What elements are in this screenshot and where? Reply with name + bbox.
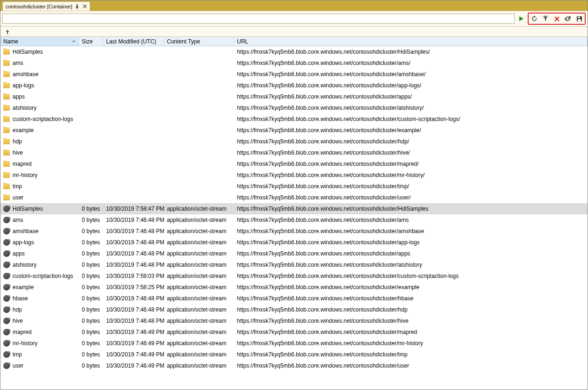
row-modified-label: 10/30/2019 7:46:49 PM: [106, 329, 164, 335]
column-header-size[interactable]: Size: [79, 37, 103, 46]
cell-name: app-logs: [0, 239, 79, 246]
table-row[interactable]: hbase0 bytes10/30/2019 7:46:48 PMapplica…: [0, 293, 588, 304]
table-row[interactable]: ams0 bytes10/30/2019 7:46:48 PMapplicati…: [0, 214, 588, 226]
document-tabstrip: contosohdicluster [Container]: [0, 0, 588, 11]
cell-url: https://fmxsk7kyq5mb6.blob.core.windows.…: [234, 329, 588, 335]
folder-icon: [3, 161, 10, 167]
row-size-label: 0 bytes: [82, 306, 100, 313]
table-row[interactable]: user0 bytes10/30/2019 7:46:49 PMapplicat…: [0, 360, 588, 371]
table-row[interactable]: hdp0 bytes10/30/2019 7:46:48 PMapplicati…: [0, 304, 588, 315]
address-input[interactable]: [2, 14, 515, 24]
table-row[interactable]: userhttps://fmxsk7kyq5mb6.blob.core.wind…: [0, 192, 588, 203]
table-row[interactable]: mapredhttps://fmxsk7kyq5mb6.blob.core.wi…: [0, 158, 588, 170]
table-row[interactable]: app-logs0 bytes10/30/2019 7:46:48 PMappl…: [0, 237, 588, 248]
blob-icon: [3, 273, 10, 279]
table-row[interactable]: HdiSampleshttps://fmxsk7kyq5mb6.blob.cor…: [0, 46, 588, 57]
cell-type: application/octet-stream: [164, 250, 234, 257]
svg-rect-2: [578, 17, 580, 18]
go-button[interactable]: [516, 14, 526, 23]
row-name-label: user: [13, 194, 23, 201]
row-name-label: tmp: [13, 183, 22, 190]
container-explorer-window: contosohdicluster [Container]: [0, 0, 588, 390]
tab-title: contosohdicluster [Container]: [6, 4, 72, 9]
table-row[interactable]: tmp0 bytes10/30/2019 7:46:49 PMapplicati…: [0, 349, 588, 360]
blob-icon: [3, 206, 10, 212]
row-name-label: custom-scriptaction-logs: [13, 116, 73, 122]
table-row[interactable]: amshbase0 bytes10/30/2019 7:46:48 PMappl…: [0, 226, 588, 237]
row-url-label: https://fmxsk7kyq5mb6.blob.core.windows.…: [237, 82, 421, 89]
row-url-label: https://fmxsk7kyq5mb6.blob.core.windows.…: [237, 262, 422, 268]
cell-name: example: [0, 284, 79, 291]
row-url-label: https://fmxsk7kyq5mb6.blob.core.windows.…: [237, 306, 408, 313]
cell-name: hbase: [0, 295, 79, 302]
row-modified-label: 10/30/2019 7:58:25 PM: [106, 284, 164, 291]
row-name-label: amshbase: [13, 228, 38, 234]
row-modified-label: 10/30/2019 7:46:48 PM: [106, 262, 164, 268]
table-row[interactable]: hdphttps://fmxsk7kyq5mb6.blob.core.windo…: [0, 136, 588, 147]
column-header-name-label: Name: [3, 38, 18, 45]
cell-url: https://fmxsk7kyq5mb6.blob.core.windows.…: [234, 250, 588, 257]
row-size-label: 0 bytes: [82, 351, 100, 358]
up-one-level-button[interactable]: [4, 28, 11, 35]
table-row[interactable]: hivehttps://fmxsk7kyq5mb6.blob.core.wind…: [0, 147, 588, 158]
cell-name: user: [0, 362, 79, 369]
document-tab-active[interactable]: contosohdicluster [Container]: [2, 1, 90, 11]
table-row[interactable]: HdiSamples0 bytes10/30/2019 7:58:47 PMap…: [0, 203, 588, 214]
save-as-button[interactable]: [574, 14, 584, 23]
cell-url: https://fmxsk7kyq5mb6.blob.core.windows.…: [234, 217, 588, 223]
table-row[interactable]: mr-historyhttps://fmxsk7kyq5mb6.blob.cor…: [0, 170, 588, 181]
table-row[interactable]: examplehttps://fmxsk7kyq5mb6.blob.core.w…: [0, 125, 588, 136]
svg-rect-3: [578, 19, 581, 21]
cell-type: application/octet-stream: [164, 329, 234, 335]
cell-name: mapred: [0, 329, 79, 335]
table-row[interactable]: atshistory0 bytes10/30/2019 7:46:48 PMap…: [0, 259, 588, 270]
open-button[interactable]: [563, 14, 573, 23]
row-name-label: hive: [13, 318, 23, 324]
cell-url: https://fmxsk7kyq5mb6.blob.core.windows.…: [234, 206, 588, 212]
table-row[interactable]: tmphttps://fmxsk7kyq5mb6.blob.core.windo…: [0, 181, 588, 192]
table-row[interactable]: custom-scriptaction-logs0 bytes10/30/201…: [0, 270, 588, 282]
row-name-label: ams: [13, 60, 23, 66]
cell-name: mr-history: [0, 172, 79, 178]
refresh-button[interactable]: [530, 14, 539, 23]
table-row[interactable]: mr-history0 bytes10/30/2019 7:46:49 PMap…: [0, 338, 588, 349]
row-modified-label: 10/30/2019 7:46:48 PM: [106, 228, 164, 234]
table-row[interactable]: appshttps://fmxsk7kyq5mb6.blob.core.wind…: [0, 91, 588, 102]
cell-modified: 10/30/2019 7:46:49 PM: [103, 329, 164, 335]
blob-icon: [3, 295, 10, 302]
column-header-type[interactable]: Content Type: [164, 37, 234, 46]
cell-url: https://fmxsk7kyq5mb6.blob.core.windows.…: [234, 93, 588, 100]
row-type-label: application/octet-stream: [167, 362, 226, 369]
column-header-size-label: Size: [82, 38, 93, 45]
row-url-label: https://fmxsk7kyq5mb6.blob.core.windows.…: [237, 138, 409, 145]
table-row[interactable]: hive0 bytes10/30/2019 7:46:48 PMapplicat…: [0, 315, 588, 326]
row-url-label: https://fmxsk7kyq5mb6.blob.core.windows.…: [237, 71, 426, 78]
column-header-name[interactable]: Name: [0, 37, 79, 46]
row-name-label: mr-history: [13, 172, 37, 178]
table-row[interactable]: custom-scriptaction-logshttps://fmxsk7ky…: [0, 113, 588, 125]
row-size-label: 0 bytes: [82, 273, 100, 279]
cell-size: 0 bytes: [79, 250, 103, 257]
cell-type: application/octet-stream: [164, 273, 234, 279]
column-header-url[interactable]: URL: [234, 37, 588, 46]
table-row[interactable]: atshistoryhttps://fmxsk7kyq5mb6.blob.cor…: [0, 102, 588, 113]
cell-url: https://fmxsk7kyq5mb6.blob.core.windows.…: [234, 340, 588, 347]
table-row[interactable]: amshbasehttps://fmxsk7kyq5mb6.blob.core.…: [0, 69, 588, 80]
column-header-modified[interactable]: Last Modified (UTC): [103, 37, 164, 46]
delete-button[interactable]: [552, 14, 561, 23]
table-row[interactable]: mapred0 bytes10/30/2019 7:46:49 PMapplic…: [0, 326, 588, 338]
row-url-label: https://fmxsk7kyq5mb6.blob.core.windows.…: [237, 239, 420, 246]
toolbar-highlight-group: [528, 13, 586, 25]
cell-url: https://fmxsk7kyq5mb6.blob.core.windows.…: [234, 183, 588, 190]
folder-icon: [3, 139, 10, 144]
table-row[interactable]: amshttps://fmxsk7kyq5mb6.blob.core.windo…: [0, 57, 588, 69]
pin-icon[interactable]: [75, 4, 79, 9]
table-row[interactable]: apps0 bytes10/30/2019 7:46:48 PMapplicat…: [0, 248, 588, 259]
close-icon[interactable]: [82, 4, 87, 9]
table-row[interactable]: example0 bytes10/30/2019 7:58:25 PMappli…: [0, 282, 588, 293]
content-area[interactable]: Name Size Last Modified (UTC) Content Ty…: [0, 37, 588, 390]
row-name-label: mapred: [13, 329, 32, 335]
row-modified-label: 10/30/2019 7:46:49 PM: [106, 362, 164, 369]
table-row[interactable]: app-logshttps://fmxsk7kyq5mb6.blob.core.…: [0, 80, 588, 91]
upload-button[interactable]: [541, 14, 550, 23]
